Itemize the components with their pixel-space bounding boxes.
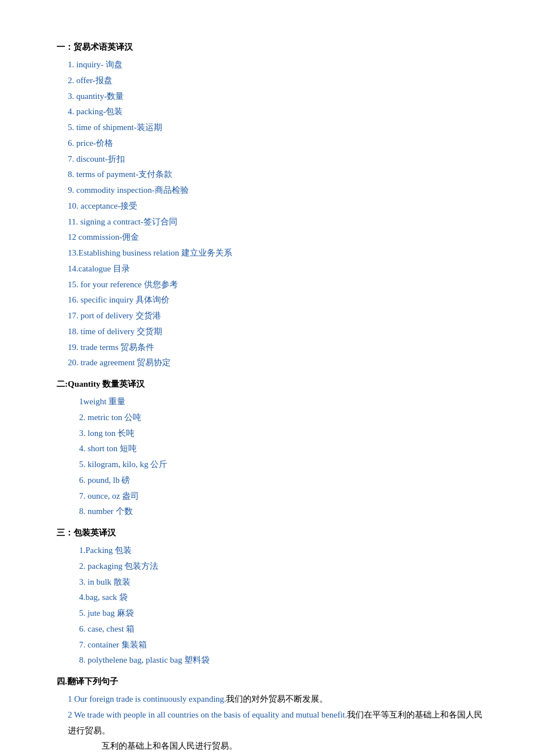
translate-zh: 我们的对外贸易不断发展。 xyxy=(226,694,328,703)
list-item: 2. packaging 包装方法 xyxy=(79,559,489,574)
translate-en: 1 Our foreign trade is continuously expa… xyxy=(68,694,226,703)
section-four: 四.翻译下列句子 1 Our foreign trade is continuo… xyxy=(57,674,489,756)
list-item: 1weight 重量 xyxy=(79,394,489,410)
list-item: 5. time of shipment-装运期 xyxy=(68,120,489,136)
list-item: 3. quantity-数量 xyxy=(68,89,489,105)
list-item: 15. for your reference 供您参考 xyxy=(68,277,489,293)
list-item: 17. port of delivery 交货港 xyxy=(68,308,489,324)
list-item: 8. terms of payment-支付条款 xyxy=(68,167,489,183)
list-item: 7. container 集装箱 xyxy=(79,637,489,653)
section-two: 二:Quantity 数量英译汉 1weight 重量 2. metric to… xyxy=(57,377,489,520)
list-item: 16. specific inquiry 具体询价 xyxy=(68,292,489,308)
list-item: 10. acceptance-接受 xyxy=(68,198,489,214)
list-item: 8. polythelene bag, plastic bag 塑料袋 xyxy=(79,653,489,668)
list-item: 4. short ton 短吨 xyxy=(79,441,489,457)
list-item: 11. signing a contract-签订合同 xyxy=(68,214,489,230)
list-item: 5. kilogram, kilo, kg 公斤 xyxy=(79,457,489,473)
section-one-header: 一：贸易术语英译汉 xyxy=(57,40,489,55)
list-item: 12 commission-佣金 xyxy=(68,230,489,245)
list-item: 4. packing-包装 xyxy=(68,104,489,120)
list-item: 13.Establishing business relation 建立业务关系 xyxy=(68,245,489,261)
section-three-header: 三：包装英译汉 xyxy=(57,525,489,541)
section-two-header: 二:Quantity 数量英译汉 xyxy=(57,377,489,392)
list-item: 2. offer-报盘 xyxy=(68,73,489,89)
document-content: 一：贸易术语英译汉 1. inquiry- 询盘 2. offer-报盘 3. … xyxy=(57,40,489,756)
list-item: 7. ounce, oz 盎司 xyxy=(79,489,489,504)
section-four-header: 四.翻译下列句子 xyxy=(57,674,489,689)
list-item: 18. time of delivery 交货期 xyxy=(68,324,489,340)
translate-en: 2 We trade with people in all countries … xyxy=(68,710,347,719)
list-item: 5. jute bag 麻袋 xyxy=(79,606,489,621)
list-item: 6. case, chest 箱 xyxy=(79,621,489,637)
section-one: 一：贸易术语英译汉 1. inquiry- 询盘 2. offer-报盘 3. … xyxy=(57,40,489,371)
list-item: 6. price-价格 xyxy=(68,136,489,152)
list-item: 14.catalogue 目录 xyxy=(68,261,489,277)
list-item: 4.bag, sack 袋 xyxy=(79,590,489,606)
translate-item-2-indent: 互利的基础上和各国人民进行贸易。 xyxy=(102,738,489,754)
list-item: 20. trade agreement 贸易协定 xyxy=(68,355,489,371)
list-item: 1.Packing 包装 xyxy=(79,543,489,559)
translate-item-2: 2 We trade with people in all countries … xyxy=(68,707,489,739)
translate-item-1: 1 Our foreign trade is continuously expa… xyxy=(68,692,489,707)
list-item: 1. inquiry- 询盘 xyxy=(68,57,489,73)
list-item: 19. trade terms 贸易条件 xyxy=(68,340,489,356)
section-three: 三：包装英译汉 1.Packing 包装 2. packaging 包装方法 3… xyxy=(57,525,489,668)
list-item: 6. pound, lb 磅 xyxy=(79,473,489,489)
list-item: 8. number 个数 xyxy=(79,504,489,520)
list-item: 3. in bulk 散装 xyxy=(79,574,489,590)
list-item: 9. commodity inspection-商品检验 xyxy=(68,183,489,198)
list-item: 7. discount-折扣 xyxy=(68,152,489,167)
list-item: 2. metric ton 公吨 xyxy=(79,410,489,426)
list-item: 3. long ton 长吨 xyxy=(79,426,489,442)
